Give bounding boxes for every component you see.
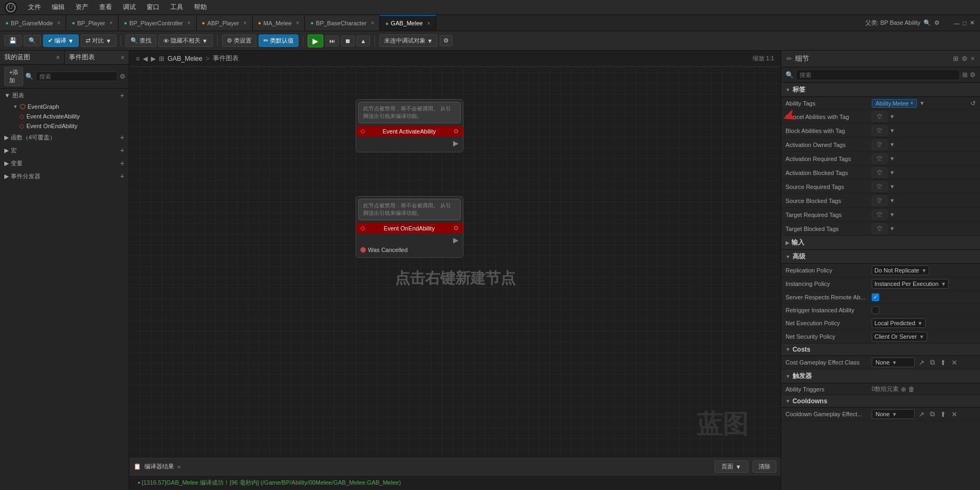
- play-button[interactable]: ▶: [308, 34, 323, 47]
- cd-browse-button[interactable]: ↗: [917, 410, 926, 419]
- cooldown-gameplay-select[interactable]: None ▼: [872, 409, 915, 419]
- node-close-2[interactable]: ⊙: [454, 225, 458, 232]
- settings-icon[interactable]: ⚙: [962, 55, 968, 62]
- clear-button[interactable]: 清除: [753, 460, 776, 473]
- add-button[interactable]: +添加: [4, 67, 23, 86]
- server-respects-checkbox[interactable]: ✓: [872, 293, 879, 301]
- hide-unrelated-button[interactable]: 👁 隐藏不相关 ▼: [158, 34, 213, 47]
- net-execution-select[interactable]: Local Predicted ▼: [872, 318, 926, 328]
- nav-back-button[interactable]: ≡: [136, 55, 140, 62]
- triggers-section-header[interactable]: ▼ 触发器: [781, 369, 980, 383]
- compile-button[interactable]: ✔ 编译 ▼: [43, 34, 79, 47]
- functions-section-header[interactable]: ▶ 函数（4可覆盖） +: [0, 131, 129, 144]
- add-variable-button[interactable]: +: [120, 159, 124, 167]
- settings-icon[interactable]: ⚙: [120, 73, 126, 80]
- class-defaults-button[interactable]: ✏ 类默认值: [259, 34, 298, 47]
- tab-ma-melee[interactable]: ● MA_Melee ×: [253, 15, 305, 31]
- maximize-icon[interactable]: □: [963, 20, 967, 26]
- event-activate-item[interactable]: ◇ Event ActivateAbility: [0, 111, 129, 121]
- menu-tools[interactable]: 工具: [166, 2, 187, 13]
- variables-section-header[interactable]: ▶ 变量 +: [0, 157, 129, 170]
- node-close-1[interactable]: ⊙: [454, 128, 458, 135]
- close-icon[interactable]: ×: [177, 464, 180, 470]
- menu-file[interactable]: 文件: [24, 2, 45, 13]
- activation-blocked-dropdown[interactable]: ▼: [889, 170, 895, 176]
- nav-grid-button[interactable]: ⊞: [159, 55, 164, 62]
- my-blueprint-tab[interactable]: 我的蓝图 ×: [0, 51, 64, 64]
- tab-bp-gamemode[interactable]: ● BP_GameMode ×: [0, 15, 66, 31]
- input-section-header[interactable]: ▶ 输入: [781, 236, 980, 250]
- debug-settings-button[interactable]: ⚙: [440, 35, 453, 46]
- tags-section-header[interactable]: ▼ 标签: [781, 83, 980, 97]
- close-icon[interactable]: ×: [971, 55, 975, 62]
- browse-button[interactable]: ↗: [917, 358, 926, 367]
- add-function-button[interactable]: +: [120, 133, 124, 142]
- ability-tags-dropdown[interactable]: ▼: [919, 100, 925, 106]
- menu-debug[interactable]: 调试: [119, 2, 140, 13]
- add-macro-button[interactable]: +: [120, 146, 124, 155]
- add-dispatcher-button[interactable]: +: [120, 172, 124, 180]
- cd-copy-button[interactable]: ⧉: [928, 409, 936, 419]
- tab-bp-player[interactable]: ● BP_Player ×: [66, 15, 119, 31]
- next-button[interactable]: ⏭: [325, 36, 339, 46]
- add-graph-button[interactable]: +: [120, 91, 124, 100]
- source-blocked-dropdown[interactable]: ▼: [889, 198, 895, 204]
- cancel-abilities-dropdown[interactable]: ▼: [889, 114, 895, 120]
- tab-gab-melee[interactable]: ● GAB_Melee ×: [380, 15, 436, 31]
- del-trigger-button[interactable]: 🗑: [908, 386, 915, 393]
- menu-help[interactable]: 帮助: [190, 2, 211, 13]
- close-icon[interactable]: ×: [56, 54, 60, 61]
- cost-gameplay-select[interactable]: None ▼: [872, 358, 915, 367]
- advanced-section-header[interactable]: ▼ 高级: [781, 250, 980, 264]
- target-blocked-dropdown[interactable]: ▼: [889, 226, 895, 232]
- paste-button[interactable]: ⬆: [939, 358, 948, 367]
- tab-bp-playercontroller[interactable]: ● BP_PlayerController ×: [119, 15, 197, 31]
- event-graph-item[interactable]: ▼ ⬡ EventGraph: [0, 102, 129, 111]
- source-required-dropdown[interactable]: ▼: [889, 184, 895, 190]
- event-graph-tab[interactable]: 事件图表 ×: [64, 51, 129, 64]
- search-button[interactable]: 🔍 查找: [126, 34, 156, 47]
- tab-bp-basecharacter[interactable]: ● BP_BaseCharacter ×: [305, 15, 380, 31]
- close-icon[interactable]: ✕: [970, 19, 975, 26]
- replication-policy-select[interactable]: Do Not Replicate ▼: [872, 265, 929, 275]
- costs-section-header[interactable]: ▼ Costs: [781, 344, 980, 356]
- reset-ability-tags-button[interactable]: ↺: [970, 100, 976, 107]
- grid-icon[interactable]: ⊞: [953, 55, 958, 62]
- target-required-dropdown[interactable]: ▼: [889, 212, 895, 218]
- debug-target-dropdown[interactable]: 未连中调试对象 ▼: [379, 34, 438, 47]
- block-abilities-dropdown[interactable]: ▼: [889, 128, 895, 134]
- tab-abp-player[interactable]: ● ABP_Player ×: [197, 15, 253, 31]
- grid-view-icon[interactable]: ⊞: [962, 71, 968, 79]
- node-activate-ability[interactable]: 此节点被禁用，将不会被调用。 从引脚连出引线来编译功能。 ◇ Event Act…: [356, 99, 463, 152]
- instancing-policy-select[interactable]: Instanced Per Execution ▼: [872, 279, 949, 289]
- clear-button2[interactable]: ✕: [950, 358, 959, 367]
- remove-tag-button[interactable]: ×: [911, 100, 914, 106]
- event-end-item[interactable]: ◇ Event OnEndAbility: [0, 121, 129, 131]
- cd-clear-button[interactable]: ✕: [950, 410, 959, 419]
- graph-section-header[interactable]: ▼ 图表 +: [0, 89, 129, 102]
- cooldowns-section-header[interactable]: ▼ Cooldowns: [781, 395, 980, 408]
- add-trigger-button[interactable]: ⊕: [901, 386, 906, 393]
- details-search-input[interactable]: [796, 69, 960, 80]
- settings-icon[interactable]: ⚙: [934, 19, 940, 26]
- search-icon[interactable]: 🔍: [923, 19, 931, 26]
- activation-owned-dropdown[interactable]: ▼: [889, 142, 895, 148]
- page-button[interactable]: 页面 ▼: [714, 460, 748, 473]
- settings-icon2[interactable]: ⚙: [970, 71, 976, 79]
- save-button[interactable]: 💾: [4, 35, 22, 46]
- net-security-select[interactable]: Client Or Server ▼: [872, 332, 927, 341]
- find-in-bp-button[interactable]: 🔍: [24, 35, 41, 46]
- cd-paste-button[interactable]: ⬆: [939, 410, 948, 419]
- menu-view[interactable]: 查看: [95, 2, 116, 13]
- macros-section-header[interactable]: ▶ 宏 +: [0, 144, 129, 157]
- close-icon2[interactable]: ×: [121, 54, 124, 61]
- retrigger-checkbox[interactable]: [872, 306, 879, 314]
- node-end-ability[interactable]: 此节点被禁用，将不会被调用。 从引脚连出引线来编译功能。 ◇ Event OnE…: [356, 196, 463, 258]
- canvas-area[interactable]: ≡ ◀ ▶ ⊞ GAB_Melee > 事件图表 缩放 1:1 点击右键新建节点…: [129, 51, 781, 490]
- blueprint-search-input[interactable]: [36, 72, 117, 81]
- menu-edit[interactable]: 编辑: [47, 2, 69, 13]
- activation-required-dropdown[interactable]: ▼: [889, 156, 895, 162]
- menu-assets[interactable]: 资产: [71, 2, 93, 13]
- nav-prev-button[interactable]: ◀: [143, 55, 148, 62]
- compare-button[interactable]: ⇄ 对比 ▼: [81, 34, 116, 47]
